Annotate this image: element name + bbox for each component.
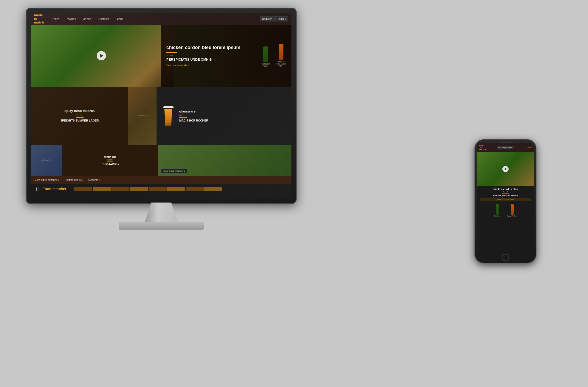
wedding-text: wedding WITH HOEGAARDEN [66, 155, 154, 166]
nav-recipes[interactable]: Recipes » [66, 17, 78, 20]
footer-stockists[interactable]: Stockists » [88, 179, 100, 181]
phone-sub: PERSPICIATSUNDOMNIS [480, 194, 531, 197]
phone: made TO MATCH Register | Login » → Menu … [475, 139, 542, 268]
food-tab-2[interactable] [93, 187, 111, 191]
phone-menu-button[interactable]: → Menu [524, 147, 532, 149]
hero-banner: chicken cordon bleu lorem ipsum WITH PER… [31, 25, 291, 87]
footer-links: View other matches » Explore beers » Sto… [31, 176, 291, 184]
view-more-button[interactable]: View more recipies » [161, 168, 187, 174]
secondary-row: spicy lamb madras WITH SPEIGHTS SUMMER L… [31, 87, 291, 145]
phone-bottle-speights: Speight's Gold [507, 204, 517, 217]
glassware-card: glassware WITH MAC'S HOP ROCKER [157, 87, 291, 145]
videos-arrow: » [92, 18, 93, 20]
phone-dish-title: chicken cordon bleu [480, 188, 531, 191]
spicy-lamb-with: WITH [36, 114, 124, 116]
beer-glass-foam [163, 106, 174, 108]
phone-divider [502, 193, 509, 194]
food-tab-7[interactable] [186, 187, 204, 191]
phone-speights-shape [511, 204, 514, 215]
recipes-arrow: » [77, 18, 78, 20]
phone-logo: made TO MATCH [479, 144, 486, 151]
phone-auth[interactable]: Register | Login » [497, 146, 514, 149]
hero-play-button[interactable] [97, 51, 106, 60]
beer-glass-image [161, 106, 175, 126]
spicy-lamb-divider [76, 117, 84, 118]
glassware-subtitle: MAC'S HOP ROCKER [179, 119, 287, 122]
phone-nav: made TO MATCH Register | Login » → Menu [477, 143, 534, 152]
hero-subtitle: PERSPICIATIS UNDE OMNIS [166, 58, 260, 62]
footer-explore-beers[interactable]: Explore beers » [65, 179, 83, 181]
food-tab-1[interactable] [74, 187, 92, 191]
nav-links: Beers » Recipes » Videos » Stockists [52, 17, 260, 20]
food-matcher-title: Food matcher [43, 187, 67, 191]
wedding-title: wedding [66, 155, 154, 158]
phone-with: WITH [480, 191, 531, 192]
hero-recipe-link[interactable]: View receipe details » [166, 64, 260, 67]
speights-label[interactable]: Speight's Gold Medal Ale » [276, 61, 286, 67]
wedding-subtitle: HOEGAARDEN [66, 163, 154, 166]
food-matcher-icon: 🍴 [35, 186, 40, 191]
monitor-stand-base [119, 222, 204, 230]
steinlager-label[interactable]: Steinlager Pure » [260, 63, 271, 67]
phone-screen: made TO MATCH Register | Login » → Menu … [477, 143, 534, 260]
logo: made TO MATCH [34, 13, 44, 25]
spicy-lamb-text: spicy lamb madras WITH SPEIGHTS SUMMER L… [36, 109, 124, 122]
play-icon [100, 54, 103, 58]
food-matcher-bar: 🍴 Food matcher [31, 184, 291, 193]
wedding-card: wedding WITH HOEGAARDEN [62, 145, 158, 176]
monitor: made TO MATCH Beers » Recipes » [26, 8, 309, 240]
secondary-left: spicy lamb madras WITH SPEIGHTS SUMMER L… [31, 87, 157, 145]
food-tab-8[interactable] [204, 187, 222, 191]
logo-area: made TO MATCH [34, 13, 44, 25]
login-button[interactable]: Login » [275, 17, 288, 21]
view-more-section: View more recipies » [158, 145, 291, 176]
phone-bezel: made TO MATCH Register | Login » → Menu … [475, 139, 536, 263]
register-button[interactable]: Register [260, 17, 274, 21]
food-tab-3[interactable] [111, 187, 129, 191]
monitor-screen: made TO MATCH Beers » Recipes » [31, 13, 291, 199]
hero-title: chicken cordon bleu lorem ipsum [166, 45, 260, 51]
nav-videos[interactable]: Videos » [83, 17, 93, 20]
glassware-divider [179, 117, 187, 118]
glassware-text: glassware WITH MAC'S HOP ROCKER [179, 109, 287, 122]
spicy-lamb-subtitle: SPEIGHTS SUMMER LAGER [36, 119, 124, 122]
wedding-divider [107, 162, 113, 162]
nav-stockists[interactable]: Stockists » [98, 17, 111, 20]
phone-steinlager-shape [496, 204, 499, 215]
phone-hero [477, 152, 534, 186]
phone-speaker [500, 142, 511, 143]
food-tab-4[interactable] [130, 187, 148, 191]
glassware-with: WITH [179, 114, 287, 116]
bottle-speights: Speight's Gold Medal Ale » [276, 44, 286, 67]
hero-text: chicken cordon bleu lorem ipsum WITH PER… [166, 45, 260, 67]
phone-home-button[interactable] [502, 254, 509, 261]
spicy-lamb-image: stockphoto [128, 87, 157, 145]
nav-bar: made TO MATCH Beers » Recipes » [31, 13, 291, 25]
phone-steinlager-label: Steinlager [494, 215, 501, 217]
nav-beers[interactable]: Beers » [52, 17, 61, 20]
phone-speights-label: Speight's Gold [507, 215, 517, 217]
logo-match: MATCH [34, 21, 44, 24]
monitor-bezel: made TO MATCH Beers » Recipes » [26, 8, 297, 204]
food-watermark: stockphoto [137, 115, 148, 117]
nav-learn[interactable]: Learn [116, 17, 123, 20]
monitor-stand-neck [144, 203, 178, 223]
nav-auth: Register | Login » [260, 17, 288, 21]
footer-other-matches[interactable]: View other matches » [35, 179, 60, 181]
wedding-section: oldphoto wedding WITH HOEGAARDEN [31, 145, 158, 176]
website: made TO MATCH Beers » Recipes » [31, 13, 291, 199]
phone-play-button[interactable] [502, 166, 509, 172]
food-tab-5[interactable] [149, 187, 167, 191]
spicy-lamb-card: spicy lamb madras WITH SPEIGHTS SUMMER L… [31, 87, 128, 145]
food-matcher-tabs [74, 187, 288, 191]
steinlager-bottle-shape [263, 46, 268, 62]
food-tab-6[interactable] [167, 187, 185, 191]
phone-bottles: Steinlager Speight's Gold [480, 203, 531, 218]
phone-recipe-link[interactable]: View receipe details » [480, 198, 531, 201]
hero-overlay: chicken cordon bleu lorem ipsum WITH PER… [161, 25, 291, 87]
phone-bottle-steinlager: Steinlager [494, 204, 501, 217]
wedding-with: WITH [66, 159, 154, 161]
bottle-steinlager: Steinlager Pure » [260, 46, 271, 67]
hero-bottles: Steinlager Pure » Speight's Gold Medal A… [260, 44, 286, 67]
spicy-lamb-title: spicy lamb madras [36, 109, 124, 113]
